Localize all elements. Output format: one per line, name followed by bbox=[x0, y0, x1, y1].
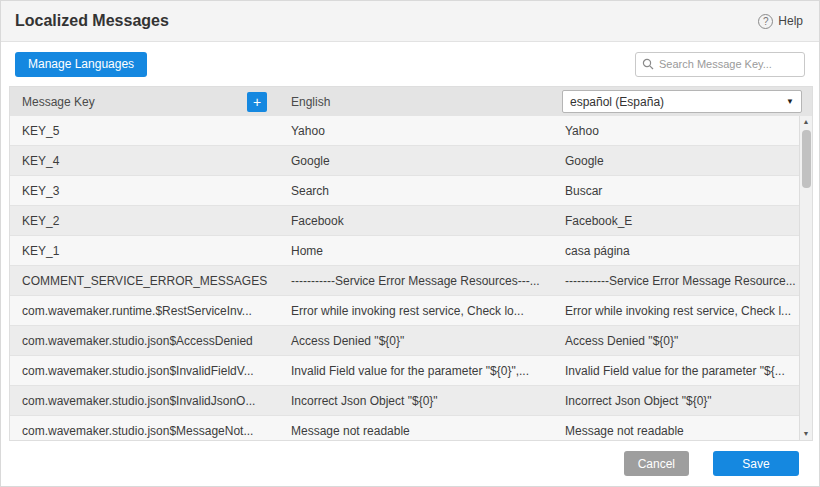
cell-translation[interactable]: -----------Service Error Message Resourc… bbox=[553, 274, 812, 288]
message-key-header-label: Message Key bbox=[22, 95, 95, 109]
cell-translation[interactable]: Message not readable bbox=[553, 424, 812, 438]
cell-english[interactable]: Google bbox=[279, 154, 553, 168]
cell-english[interactable]: Facebook bbox=[279, 214, 553, 228]
table-row[interactable]: KEY_4GoogleGoogle bbox=[10, 146, 812, 176]
cell-message-key[interactable]: com.wavemaker.studio.json$MessageNot... bbox=[10, 424, 279, 438]
table-row[interactable]: KEY_5YahooYahoo bbox=[10, 116, 812, 146]
localized-messages-dialog: Localized Messages ? Help Manage Languag… bbox=[0, 0, 820, 487]
column-header-message-key: Message Key + bbox=[10, 92, 279, 112]
english-header-label: English bbox=[291, 95, 330, 109]
cell-english[interactable]: -----------Service Error Message Resourc… bbox=[279, 274, 553, 288]
table-row[interactable]: com.wavemaker.studio.json$MessageNot...M… bbox=[10, 416, 812, 440]
search-box[interactable] bbox=[635, 52, 805, 77]
cell-english[interactable]: Home bbox=[279, 244, 553, 258]
chevron-down-icon: ▼ bbox=[786, 97, 794, 106]
cell-english[interactable]: Access Denied "${0}" bbox=[279, 334, 553, 348]
add-message-key-button[interactable]: + bbox=[247, 92, 267, 112]
cell-message-key[interactable]: KEY_4 bbox=[10, 154, 279, 168]
cell-english[interactable]: Error while invoking rest service, Check… bbox=[279, 304, 553, 318]
cell-message-key[interactable]: KEY_3 bbox=[10, 184, 279, 198]
cell-message-key[interactable]: KEY_5 bbox=[10, 124, 279, 138]
language-select-value: español (España) bbox=[570, 95, 664, 109]
table-row[interactable]: KEY_3SearchBuscar bbox=[10, 176, 812, 206]
cell-translation[interactable]: Incorrect Json Object "${0}" bbox=[553, 394, 812, 408]
cell-translation[interactable]: casa página bbox=[553, 244, 812, 258]
table-row[interactable]: com.wavemaker.runtime.$RestServiceInv...… bbox=[10, 296, 812, 326]
manage-languages-button[interactable]: Manage Languages bbox=[15, 52, 147, 77]
cell-message-key[interactable]: com.wavemaker.studio.json$InvalidJsonO..… bbox=[10, 394, 279, 408]
cancel-button[interactable]: Cancel bbox=[624, 451, 689, 476]
cell-english[interactable]: Message not readable bbox=[279, 424, 553, 438]
table-row[interactable]: COMMENT_SERVICE_ERROR_MESSAGES----------… bbox=[10, 266, 812, 296]
messages-table: Message Key + English español (España) ▼… bbox=[9, 86, 813, 441]
table-body: KEY_5YahooYahooKEY_4GoogleGoogleKEY_3Sea… bbox=[10, 116, 812, 440]
save-button[interactable]: Save bbox=[713, 451, 799, 476]
toolbar: Manage Languages bbox=[1, 42, 819, 86]
table-row[interactable]: KEY_1Homecasa página bbox=[10, 236, 812, 266]
table-row[interactable]: KEY_2FacebookFacebook_E bbox=[10, 206, 812, 236]
table-row[interactable]: com.wavemaker.studio.json$InvalidFieldV.… bbox=[10, 356, 812, 386]
cell-translation[interactable]: Yahoo bbox=[553, 124, 812, 138]
table-row[interactable]: com.wavemaker.studio.json$InvalidJsonO..… bbox=[10, 386, 812, 416]
cell-english[interactable]: Search bbox=[279, 184, 553, 198]
cell-message-key[interactable]: KEY_2 bbox=[10, 214, 279, 228]
cell-translation[interactable]: Google bbox=[553, 154, 812, 168]
help-label: Help bbox=[778, 14, 803, 28]
cell-message-key[interactable]: COMMENT_SERVICE_ERROR_MESSAGES bbox=[10, 274, 279, 288]
cell-message-key[interactable]: com.wavemaker.studio.json$InvalidFieldV.… bbox=[10, 364, 279, 378]
page-title: Localized Messages bbox=[15, 12, 169, 30]
title-bar: Localized Messages ? Help bbox=[1, 1, 819, 42]
help-icon: ? bbox=[758, 14, 773, 29]
cell-english[interactable]: Yahoo bbox=[279, 124, 553, 138]
vertical-scrollbar[interactable]: ▲ ▼ bbox=[799, 116, 812, 440]
cell-message-key[interactable]: com.wavemaker.studio.json$AccessDenied bbox=[10, 334, 279, 348]
scroll-up-icon[interactable]: ▲ bbox=[800, 116, 812, 128]
cell-english[interactable]: Incorrect Json Object "${0}" bbox=[279, 394, 553, 408]
cell-translation[interactable]: Error while invoking rest service, Check… bbox=[553, 304, 812, 318]
cell-translation[interactable]: Facebook_E bbox=[553, 214, 812, 228]
scrollbar-thumb[interactable] bbox=[802, 130, 811, 188]
cell-message-key[interactable]: com.wavemaker.runtime.$RestServiceInv... bbox=[10, 304, 279, 318]
cell-translation[interactable]: Buscar bbox=[553, 184, 812, 198]
table-row[interactable]: com.wavemaker.studio.json$AccessDeniedAc… bbox=[10, 326, 812, 356]
language-select[interactable]: español (España) ▼ bbox=[562, 90, 802, 113]
cell-english[interactable]: Invalid Field value for the parameter "$… bbox=[279, 364, 553, 378]
scroll-down-icon[interactable]: ▼ bbox=[800, 428, 812, 440]
cell-translation[interactable]: Invalid Field value for the parameter "$… bbox=[553, 364, 812, 378]
column-header-english: English bbox=[279, 95, 553, 109]
column-header-language: español (España) ▼ bbox=[553, 90, 812, 113]
search-icon bbox=[642, 58, 654, 70]
search-input[interactable] bbox=[659, 58, 798, 70]
footer: Cancel Save bbox=[1, 441, 819, 486]
cell-message-key[interactable]: KEY_1 bbox=[10, 244, 279, 258]
help-button[interactable]: ? Help bbox=[758, 14, 803, 29]
table-header-row: Message Key + English español (España) ▼ bbox=[10, 87, 812, 116]
table-body-wrap: KEY_5YahooYahooKEY_4GoogleGoogleKEY_3Sea… bbox=[10, 116, 812, 440]
cell-translation[interactable]: Access Denied "${0}" bbox=[553, 334, 812, 348]
